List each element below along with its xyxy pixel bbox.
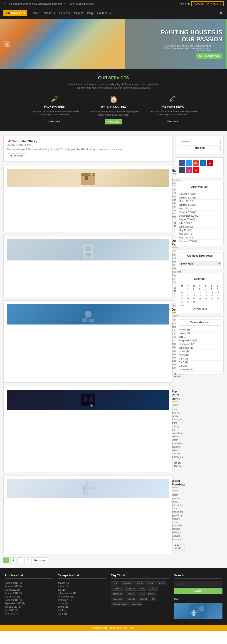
footer-cat-antiquarianism[interactable]: antiquarianism (1) <box>58 592 106 595</box>
pinterest-social-btn[interactable]: p <box>207 160 213 166</box>
cat-asmodeus[interactable]: asmodeus (1) <box>179 346 221 350</box>
prepaint-demo-btn[interactable]: View More <box>164 119 181 124</box>
tag-embeds[interactable]: embeds <box>126 597 137 601</box>
archive-sep-2010[interactable]: September 2010 (2) <box>179 214 221 218</box>
footer-search-input[interactable] <box>174 581 222 587</box>
footer-search-button[interactable]: SEARCH <box>174 588 222 594</box>
nav-home[interactable]: Home <box>32 10 39 16</box>
quote-button[interactable]: REQUEST FOR A QUOTE <box>191 1 224 6</box>
cat-telic[interactable]: telic (1) <box>179 335 221 339</box>
cat-cat-a[interactable]: Cat A (1) <box>179 357 221 360</box>
facebook-icon[interactable]: f <box>178 2 178 5</box>
cat-aciform[interactable]: aciform (1) <box>179 332 221 335</box>
footer-archive-oct2010[interactable]: October 2010 (1) <box>4 598 53 602</box>
googleplus-icon[interactable]: G+ <box>181 2 184 5</box>
youtube-social-btn[interactable]: yt <box>193 167 199 173</box>
cat-cat-b[interactable]: Cat B (1) <box>179 360 221 364</box>
page-1-btn[interactable]: 1 <box>4 558 9 564</box>
tag-edge-case[interactable]: edge case <box>111 597 124 601</box>
footer-cat-arrangement[interactable]: arrangement (1) <box>58 595 106 598</box>
archive-jul-2010[interactable]: July 2010 (5) <box>179 222 221 225</box>
footer-archive-sep2010[interactable]: September 2010 (2) <box>4 602 53 605</box>
page-2-btn[interactable]: 2 <box>10 558 16 564</box>
cat-aaaaaa[interactable]: aaaaaa (1) <box>179 328 221 332</box>
next-page-btn[interactable]: Next page <box>32 558 48 564</box>
archive-feb-2010[interactable]: February 2010 (1) <box>179 240 221 243</box>
archive-oct-2018[interactable]: October 2018 (6) <box>179 192 221 196</box>
nav-search-icon[interactable]: 🔍 <box>220 11 224 15</box>
footer-archive-aug2010[interactable]: August 2010 (3) <box>4 605 53 608</box>
hero-prev-arrow[interactable]: ▲ <box>4 41 10 46</box>
twitter-social-btn[interactable]: t <box>186 160 192 166</box>
footer-archive-jan2013[interactable]: January 2013 (1) <box>4 585 53 588</box>
tag-excerpt[interactable]: excerpt <box>138 597 149 601</box>
footer-cat-sub[interactable]: sub (1) <box>58 588 106 592</box>
sidebar-search-input[interactable] <box>179 139 221 144</box>
tag-comments[interactable]: comments <box>111 592 124 596</box>
tag-articles[interactable]: Articles <box>134 581 146 586</box>
cat-broder[interactable]: broder (1) <box>179 350 221 353</box>
tag-codex[interactable]: Codex <box>148 586 158 591</box>
cat-championship[interactable]: championship (1) <box>179 368 221 372</box>
archive-oct-2010[interactable]: October 2010 (2) <box>179 210 221 214</box>
archive-may-2010[interactable]: May 2010 (3) <box>179 229 221 232</box>
cal-prev-link[interactable]: « Jan <box>179 304 184 306</box>
footer-archive-jul2010[interactable]: July 2010 (3) <box>4 608 53 612</box>
footer-archive-jun2010[interactable]: June 2010 (3) <box>4 612 53 616</box>
tag-aside[interactable]: aside <box>146 581 156 586</box>
facebook-social-btn[interactable]: f <box>179 160 185 166</box>
tag-content[interactable]: content <box>126 592 136 596</box>
tag-captions[interactable]: captions <box>111 586 123 591</box>
cat-cat-c[interactable]: Cat C (1) <box>179 364 221 368</box>
hero-cta-button[interactable]: GET A QUOT NOW <box>196 54 222 59</box>
twitter-icon[interactable]: t <box>179 2 180 5</box>
footer-archive-jan2012[interactable]: January 2012 (6) <box>4 592 53 595</box>
page-5-btn[interactable]: 5 <box>24 558 30 564</box>
archive-jan-2012[interactable]: January 2012 (6) <box>179 203 221 207</box>
logo[interactable]: VW PAINTER <box>4 10 27 16</box>
footer-cat-cat-b[interactable]: Cat B (1) <box>58 612 106 616</box>
archive-jan-2013[interactable]: January 2013 (5) <box>179 196 221 200</box>
cat-arrangement[interactable]: arrangement (1) <box>179 342 221 346</box>
linkedin-social-btn[interactable]: in <box>200 160 206 166</box>
archive-jun-2010[interactable]: June 2010 (2) <box>179 225 221 229</box>
instagram-social-btn[interactable]: ig <box>186 167 192 173</box>
tag-audio[interactable]: audio <box>157 581 166 586</box>
pinterest-icon[interactable]: p <box>188 2 190 5</box>
nav-services[interactable]: Services <box>59 10 70 16</box>
faux-finishes-btn[interactable]: View More <box>46 119 63 124</box>
cat-buying[interactable]: buying (1) <box>179 353 221 357</box>
archive-apr-2010[interactable]: April 2010 (6) <box>179 232 221 236</box>
footer-cat-buying[interactable]: buying (1) <box>58 605 106 608</box>
archives-dropdown-select[interactable]: Select Month October 2018 January 2013 <box>179 261 221 266</box>
nav-project[interactable]: Project <box>74 10 83 16</box>
footer-archive-mar2012[interactable]: March 2012 (1) <box>4 588 53 592</box>
tag-css[interactable]: css <box>138 592 145 596</box>
water-proofing-btn[interactable]: View More <box>105 119 122 124</box>
archive-aug-2010[interactable]: August 2010 (5) <box>179 218 221 222</box>
footer-cat-aaaaaa[interactable]: aaaaaa (5) <box>58 581 106 585</box>
sticky-post-read-more[interactable]: READ MORE <box>7 153 26 158</box>
footer-archive-oct2018[interactable]: October 2018 (6) <box>4 581 53 585</box>
tag-alignment[interactable]: alignment <box>120 581 134 586</box>
nav-about[interactable]: About Us <box>44 10 55 16</box>
nav-contact[interactable]: Contact Us <box>98 10 111 16</box>
cat-antiquarianism[interactable]: antiquarianism (1) <box>179 339 221 342</box>
footer-cat-cat-a[interactable]: Cat A (1) <box>58 608 106 612</box>
cal-cell-link[interactable]: 9 <box>185 291 191 294</box>
tag-featured-image[interactable]: featured image <box>111 602 129 606</box>
footer-cat-broder[interactable]: broder (1) <box>58 602 106 605</box>
tumblr-social-btn[interactable]: t <box>179 167 185 173</box>
archive-mar-2011[interactable]: March 2011 (1) <box>179 207 221 210</box>
tag-chat[interactable]: chat <box>138 586 146 591</box>
googleplus-social-btn[interactable]: G+ <box>193 160 199 166</box>
tag-fail[interactable]: Fail <box>150 597 158 601</box>
footer-cat-aciform[interactable]: aciform (1) <box>58 585 106 588</box>
tag-atwork[interactable]: @work <box>146 592 156 596</box>
archive-mar-2012[interactable]: March 2012 (5) <box>179 200 221 203</box>
tag-8bit[interactable]: 8BIT <box>111 581 120 586</box>
footer-archive-mar2011[interactable]: March 2011 (1) <box>4 595 53 598</box>
footer-cat-asmodeus[interactable]: asmodeus (1) <box>58 598 106 602</box>
nav-blog[interactable]: Blog <box>88 10 93 16</box>
sidebar-search-button[interactable]: SEARCH <box>179 146 221 151</box>
